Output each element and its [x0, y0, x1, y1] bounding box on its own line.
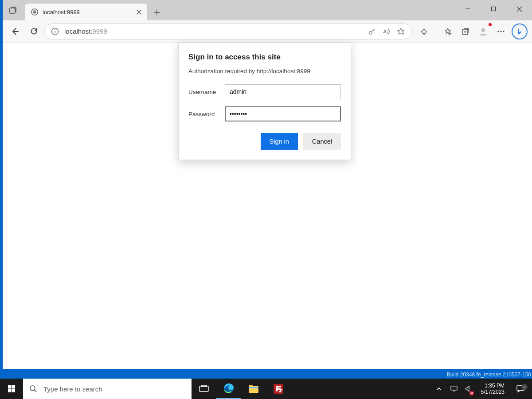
arrow-left-icon — [11, 27, 20, 36]
svg-rect-17 — [8, 389, 12, 393]
taskbar-app-explorer[interactable] — [241, 379, 266, 399]
password-label: Password — [188, 111, 225, 117]
taskbar-app-edge[interactable] — [216, 379, 241, 399]
taskbar-search-placeholder: Type here to search — [43, 385, 102, 393]
svg-rect-20 — [200, 386, 208, 391]
filezilla-icon — [273, 383, 284, 394]
close-icon — [137, 10, 141, 15]
task-view-icon — [199, 385, 209, 393]
file-explorer-icon — [248, 384, 259, 393]
settings-menu-button[interactable] — [493, 23, 509, 39]
search-icon — [29, 385, 37, 393]
auth-dialog: Sign in to access this site Authorizatio… — [178, 43, 351, 160]
refresh-icon — [30, 27, 38, 35]
svg-rect-16 — [12, 385, 16, 389]
read-aloud-button[interactable]: A — [382, 27, 390, 35]
svg-rect-6 — [55, 31, 55, 33]
start-button[interactable] — [0, 379, 23, 399]
browser-window: localhost:9999 — [3, 0, 532, 369]
profile-icon — [478, 27, 488, 36]
tray-volume-button[interactable] — [463, 379, 475, 399]
close-icon — [516, 6, 522, 12]
address-url: localhost:9999 — [64, 27, 107, 35]
collections-button[interactable] — [458, 23, 473, 39]
taskbar-clock[interactable]: 1:35 PM 5/17/2023 — [478, 383, 507, 395]
signin-button[interactable]: Sign in — [261, 133, 298, 150]
dialog-title: Sign in to access this site — [188, 53, 341, 62]
page-content: Sign in to access this site Authorizatio… — [3, 43, 532, 369]
edge-icon — [223, 383, 235, 394]
new-tab-button[interactable] — [149, 4, 165, 20]
svg-rect-3 — [492, 7, 496, 11]
username-label: Username — [188, 89, 225, 95]
svg-point-14 — [503, 31, 504, 32]
info-icon — [51, 27, 59, 35]
window-controls — [455, 0, 532, 20]
maximize-icon — [491, 6, 496, 12]
taskbar: Type here to search 1:35 PM 5/17/2023 — [0, 379, 532, 399]
svg-rect-15 — [8, 385, 12, 389]
window-close-button[interactable] — [506, 0, 532, 18]
clock-time: 1:35 PM — [481, 383, 505, 389]
nav-back-button[interactable] — [7, 23, 23, 39]
cancel-button[interactable]: Cancel — [303, 133, 341, 150]
site-info-button[interactable] — [51, 27, 59, 35]
tab-strip: localhost:9999 — [3, 0, 532, 20]
add-favorite-button[interactable] — [396, 27, 405, 36]
error-badge-icon — [469, 391, 474, 395]
extensions-icon — [420, 27, 429, 36]
more-icon — [497, 27, 505, 36]
star-list-icon — [443, 27, 452, 36]
svg-rect-24 — [249, 387, 258, 388]
svg-rect-0 — [10, 8, 15, 13]
window-minimize-button[interactable] — [455, 0, 481, 18]
svg-point-13 — [500, 31, 501, 32]
address-bar[interactable]: localhost:9999 A — [44, 23, 412, 39]
dialog-subtitle: Authorization required by http://localho… — [188, 68, 341, 74]
browser-tab[interactable]: localhost:9999 — [25, 4, 147, 20]
collections-icon — [461, 27, 470, 36]
windows-build-label: Build 20348.fe_release.210507-150 — [447, 372, 531, 378]
chevron-up-icon — [436, 386, 442, 391]
star-add-icon — [396, 27, 405, 36]
taskbar-app-filezilla[interactable] — [266, 379, 291, 399]
tab-actions-button[interactable] — [3, 0, 23, 20]
username-input[interactable] — [225, 84, 341, 99]
notification-count: 2 — [521, 384, 528, 390]
clock-date: 5/17/2023 — [481, 389, 505, 395]
svg-rect-2 — [33, 12, 36, 13]
separator — [436, 26, 436, 37]
favorites-button[interactable] — [440, 23, 456, 39]
password-input[interactable] — [225, 106, 341, 121]
tab-close-button[interactable] — [135, 8, 143, 16]
action-center-button[interactable]: 2 — [511, 385, 530, 393]
svg-point-12 — [497, 31, 499, 32]
plus-icon — [154, 9, 160, 16]
system-tray: 1:35 PM 5/17/2023 2 — [433, 379, 532, 399]
window-maximize-button[interactable] — [481, 0, 506, 18]
toolbar-actions — [415, 23, 528, 39]
tray-network-button[interactable] — [448, 379, 460, 399]
svg-point-11 — [481, 28, 485, 32]
profile-button[interactable] — [475, 23, 491, 39]
password-manager-button[interactable] — [368, 27, 376, 35]
nav-refresh-button[interactable] — [26, 23, 42, 39]
browser-toolbar: localhost:9999 A — [3, 20, 532, 43]
tab-title: localhost:9999 — [43, 9, 130, 16]
svg-point-5 — [55, 29, 55, 30]
minimize-icon — [465, 6, 470, 12]
task-view-button[interactable] — [192, 379, 216, 399]
bing-button[interactable] — [512, 23, 528, 39]
svg-point-19 — [30, 386, 35, 391]
svg-rect-18 — [12, 389, 16, 393]
site-lock-icon — [31, 8, 38, 16]
svg-rect-26 — [451, 386, 457, 390]
key-icon — [368, 27, 376, 35]
tabs-icon — [9, 6, 17, 14]
svg-text:A: A — [383, 29, 387, 34]
taskbar-search[interactable]: Type here to search — [23, 379, 192, 399]
taskbar-apps — [192, 379, 291, 399]
extensions-button[interactable] — [416, 23, 432, 39]
network-icon — [450, 385, 458, 392]
tray-overflow-button[interactable] — [433, 379, 445, 399]
